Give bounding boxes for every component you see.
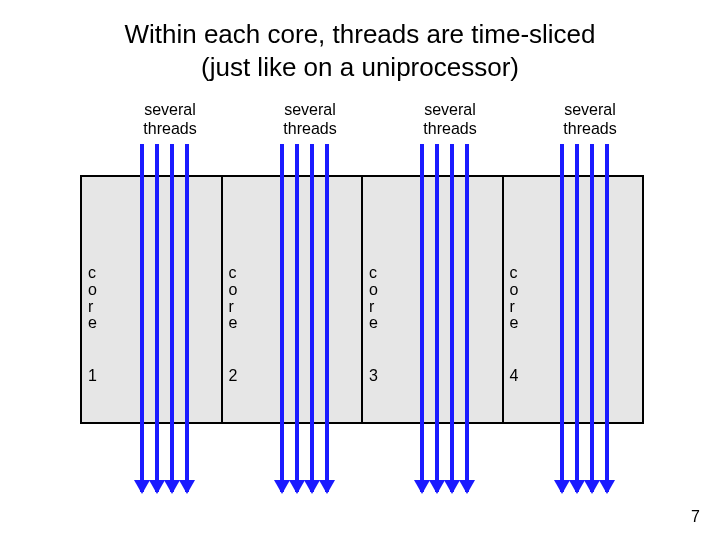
core-letter-c: c	[369, 264, 377, 281]
label-threads: threads	[423, 120, 476, 137]
label-threads: threads	[283, 120, 336, 137]
core-letter-o: o	[510, 281, 519, 298]
threads-label-4: several threads	[530, 100, 650, 138]
thread-arrow-icon	[420, 144, 424, 492]
core-letter-c: c	[88, 264, 96, 281]
core-letter-e: e	[88, 314, 97, 331]
core-number-4: 4	[510, 367, 519, 385]
thread-arrow-icon	[605, 144, 609, 492]
core-letter-o: o	[229, 281, 238, 298]
thread-arrow-icon	[295, 144, 299, 492]
core-letter-r: r	[88, 298, 93, 315]
threads-label-1: several threads	[110, 100, 230, 138]
thread-arrow-icon	[450, 144, 454, 492]
core-letter-c: c	[510, 264, 518, 281]
threads-label-2: several threads	[250, 100, 370, 138]
core-label: c o r e	[369, 265, 378, 332]
core-letter-r: r	[229, 298, 234, 315]
thread-arrow-icon	[310, 144, 314, 492]
core-number-3: 3	[369, 367, 378, 385]
core-letter-c: c	[229, 264, 237, 281]
slide: Within each core, threads are time-slice…	[0, 0, 720, 540]
core-letter-e: e	[510, 314, 519, 331]
core-letter-e: e	[229, 314, 238, 331]
thread-arrow-icon	[465, 144, 469, 492]
title-line-2: (just like on a uniprocessor)	[201, 52, 519, 82]
core-letter-r: r	[369, 298, 374, 315]
thread-arrow-icon	[560, 144, 564, 492]
core-cell-1: c o r e 1	[82, 177, 223, 422]
thread-arrow-icon	[140, 144, 144, 492]
core-cell-4: c o r e 4	[504, 177, 643, 422]
thread-arrow-icon	[575, 144, 579, 492]
core-label: c o r e	[229, 265, 238, 332]
core-cell-3: c o r e 3	[363, 177, 504, 422]
label-several: several	[564, 101, 616, 118]
page-number: 7	[691, 508, 700, 526]
label-several: several	[144, 101, 196, 118]
core-label: c o r e	[88, 265, 97, 332]
thread-arrow-icon	[185, 144, 189, 492]
title-line-1: Within each core, threads are time-slice…	[124, 19, 595, 49]
slide-title: Within each core, threads are time-slice…	[0, 18, 720, 83]
core-cell-2: c o r e 2	[223, 177, 364, 422]
thread-arrow-icon	[170, 144, 174, 492]
thread-arrow-icon	[435, 144, 439, 492]
label-several: several	[284, 101, 336, 118]
label-several: several	[424, 101, 476, 118]
core-letter-o: o	[88, 281, 97, 298]
threads-label-3: several threads	[390, 100, 510, 138]
thread-arrow-icon	[325, 144, 329, 492]
core-label: c o r e	[510, 265, 519, 332]
core-number-2: 2	[229, 367, 238, 385]
thread-arrow-icon	[280, 144, 284, 492]
core-number-1: 1	[88, 367, 97, 385]
thread-arrow-icon	[155, 144, 159, 492]
label-threads: threads	[563, 120, 616, 137]
label-threads: threads	[143, 120, 196, 137]
core-letter-r: r	[510, 298, 515, 315]
core-letter-e: e	[369, 314, 378, 331]
thread-arrow-icon	[590, 144, 594, 492]
core-letter-o: o	[369, 281, 378, 298]
